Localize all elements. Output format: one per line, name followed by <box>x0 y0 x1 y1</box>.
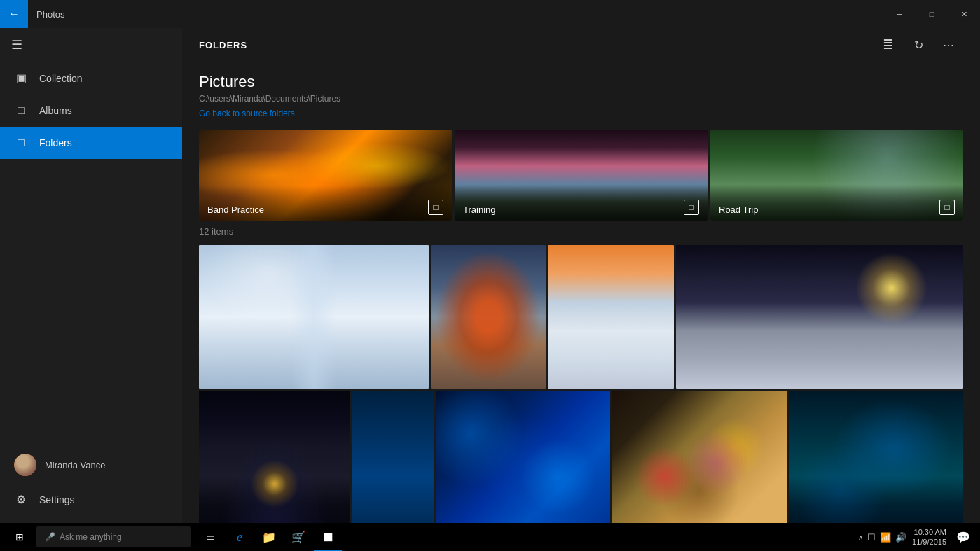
folders-icon: □ <box>14 137 28 149</box>
main-content: FOLDERS ≣ ↻ ⋯ Pictures C:\users\Miranda\… <box>182 28 980 523</box>
taskbar-photos-icon[interactable]: ◼ <box>314 523 342 551</box>
folder-training-overlay: Training □ <box>455 186 708 221</box>
photo-row-2 <box>199 391 963 523</box>
photo-winter-trees[interactable] <box>199 245 429 389</box>
system-tray-icons: ∧ ☐ 📶 🔊 <box>858 532 906 543</box>
hamburger-icon[interactable]: ☰ <box>11 37 22 53</box>
collection-icon: ▣ <box>14 71 28 85</box>
user-name: Miranda Vance <box>45 460 105 470</box>
taskbar-apps: ▭ e 📁 🛒 ◼ <box>196 523 342 551</box>
photo-fruit[interactable] <box>612 391 787 523</box>
sidebar-item-folders[interactable]: □ Folders <box>0 127 182 159</box>
folder-road-trip[interactable]: Road Trip □ <box>710 130 963 221</box>
tablet-mode-icon[interactable]: ☐ <box>867 532 876 543</box>
folder-badge: □ <box>428 200 443 215</box>
items-count: 12 items <box>199 226 963 237</box>
folder-training-name: Training <box>463 204 495 215</box>
avatar <box>14 454 36 476</box>
taskbar-edge-icon[interactable]: e <box>226 523 254 551</box>
photo-kid-orange[interactable] <box>431 245 546 389</box>
photo-winter-moon[interactable] <box>676 245 963 389</box>
clock-date: 11/9/2015 <box>912 537 946 547</box>
maximize-button[interactable]: □ <box>916 3 948 25</box>
folder-road-trip-name: Road Trip <box>719 204 758 215</box>
photo-blue-texture[interactable] <box>436 391 610 523</box>
header-actions: ≣ ↻ ⋯ <box>874 31 963 59</box>
search-bar[interactable]: 🎤 Ask me anything <box>36 526 191 547</box>
photo-cabin-night[interactable] <box>199 391 350 523</box>
photo-kid-ski[interactable] <box>548 245 674 389</box>
search-text: Ask me anything <box>60 532 122 542</box>
sidebar-bottom: Miranda Vance ⚙ Settings <box>0 437 182 523</box>
folders-title: FOLDERS <box>199 40 247 50</box>
user-profile[interactable]: Miranda Vance <box>0 445 182 484</box>
folder-band-practice-overlay: Band Practice □ <box>199 186 452 221</box>
more-button[interactable]: ⋯ <box>935 31 963 59</box>
folder-grid: Band Practice □ Training □ Road Trip <box>199 130 963 221</box>
collection-label: Collection <box>39 73 82 84</box>
clock[interactable]: 10:30 AM 11/9/2015 <box>912 527 946 547</box>
clock-time: 10:30 AM <box>914 527 946 537</box>
volume-icon[interactable]: 🔊 <box>895 532 906 543</box>
tray-expand-icon[interactable]: ∧ <box>858 533 863 541</box>
taskbar-store-icon[interactable]: 🛒 <box>284 523 312 551</box>
minimize-button[interactable]: ─ <box>883 3 916 25</box>
folder-band-practice[interactable]: Band Practice □ <box>199 130 452 221</box>
section-title: Pictures <box>199 73 963 91</box>
app-header: ← Photos ─ □ ✕ <box>0 0 980 28</box>
close-button[interactable]: ✕ <box>948 3 980 25</box>
photo-row-1 <box>199 245 963 389</box>
sidebar-nav: ▣ Collection □ Albums □ Folders <box>0 62 182 437</box>
app-title: Photos <box>28 9 73 20</box>
microphone-icon: 🎤 <box>45 532 55 542</box>
content-scroll[interactable]: Pictures C:\users\Miranda\Documents\Pict… <box>182 62 980 523</box>
settings-item[interactable]: ⚙ Settings <box>0 484 182 515</box>
sidebar-top: ☰ <box>0 28 182 62</box>
photo-person-blue[interactable] <box>352 391 434 523</box>
photo-grid <box>199 245 963 523</box>
albums-icon: □ <box>14 104 28 117</box>
back-button[interactable]: ← <box>0 0 28 28</box>
folder-road-trip-overlay: Road Trip □ <box>710 186 963 221</box>
taskbar: ⊞ 🎤 Ask me anything ▭ e 📁 🛒 ◼ ∧ ☐ 📶 🔊 10… <box>0 523 980 551</box>
taskbar-files-icon[interactable]: 📁 <box>255 523 283 551</box>
folder-badge-training: □ <box>684 200 699 215</box>
app-body: ☰ ▣ Collection □ Albums □ Folders Mirand… <box>0 28 980 523</box>
taskbar-right: ∧ ☐ 📶 🔊 10:30 AM 11/9/2015 💬 <box>858 523 974 551</box>
sidebar-item-collection[interactable]: ▣ Collection <box>0 62 182 95</box>
settings-label: Settings <box>39 494 75 505</box>
sort-button[interactable]: ≣ <box>874 31 902 59</box>
wifi-icon[interactable]: 📶 <box>880 532 891 543</box>
folder-band-practice-name: Band Practice <box>207 204 264 215</box>
start-button[interactable]: ⊞ <box>6 523 34 551</box>
refresh-button[interactable]: ↻ <box>904 31 932 59</box>
sidebar-item-albums[interactable]: □ Albums <box>0 95 182 127</box>
folder-training[interactable]: Training □ <box>455 130 708 221</box>
sidebar: ☰ ▣ Collection □ Albums □ Folders Mirand… <box>0 28 182 523</box>
taskbar-tablet-icon[interactable]: ▭ <box>196 523 224 551</box>
photo-underwater[interactable] <box>789 391 963 523</box>
folder-badge-road-trip: □ <box>939 200 955 215</box>
settings-icon: ⚙ <box>14 493 28 506</box>
content-header: FOLDERS ≣ ↻ ⋯ <box>182 28 980 62</box>
folders-label: Folders <box>39 137 72 148</box>
notification-button[interactable]: 💬 <box>952 523 974 551</box>
source-folders-link[interactable]: Go back to source folders <box>199 109 295 118</box>
section-path: C:\users\Miranda\Documents\Pictures <box>199 94 963 104</box>
albums-label: Albums <box>39 105 72 116</box>
